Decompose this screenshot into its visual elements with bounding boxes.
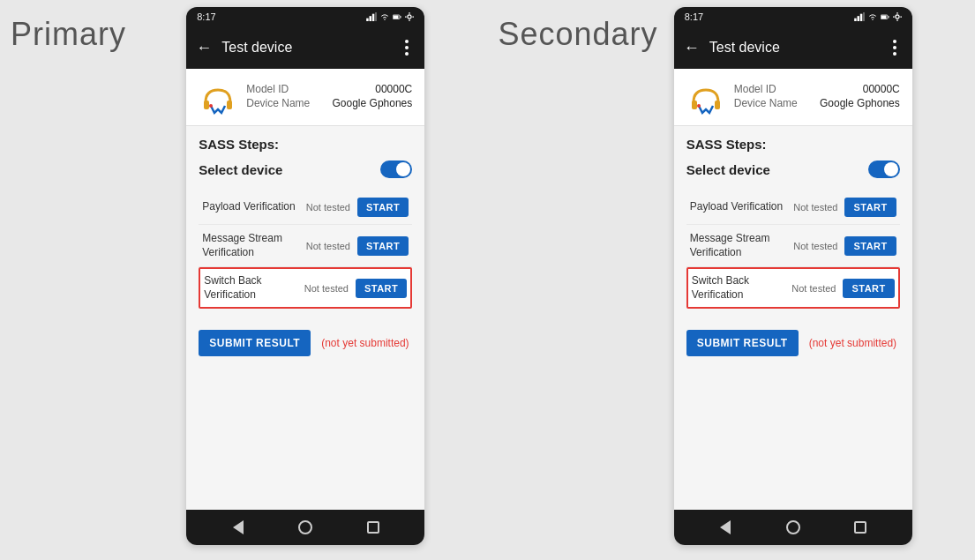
secondary-step-3: Switch Back Verification Not tested STAR… xyxy=(686,267,900,309)
primary-step-3-start-button[interactable]: START xyxy=(356,279,407,298)
primary-select-device-toggle[interactable] xyxy=(380,161,412,178)
primary-back-button[interactable]: ← xyxy=(193,37,214,58)
secondary-select-device-row: Select device xyxy=(686,161,900,178)
primary-home-nav-icon xyxy=(298,520,312,534)
primary-status-bar: 8:17 xyxy=(186,7,424,26)
svg-rect-20 xyxy=(715,101,720,109)
primary-not-submitted-label: (not yet submitted) xyxy=(321,337,409,349)
secondary-model-id-label: Model ID xyxy=(734,83,776,95)
secondary-submit-result-button[interactable]: SUBMIT RESULT xyxy=(686,330,799,356)
secondary-nav-home-button[interactable] xyxy=(781,515,806,540)
primary-device-name-label: Device Name xyxy=(246,97,310,109)
primary-step-1: Payload Verification Not tested START xyxy=(199,190,412,225)
svg-rect-16 xyxy=(881,16,886,19)
secondary-status-icons xyxy=(854,12,902,21)
secondary-step-3-status: Not tested xyxy=(788,283,839,294)
settings-icon xyxy=(405,12,414,21)
secondary-step-1-start-button[interactable]: START xyxy=(844,198,896,217)
primary-device-name-row: Device Name Google Gphones xyxy=(246,97,412,109)
primary-step-3-status: Not tested xyxy=(301,283,352,294)
secondary-step-3-name: Switch Back Verification xyxy=(692,274,785,302)
primary-panel: Primary 8:17 xyxy=(0,0,488,560)
secondary-headphones-logo-icon xyxy=(686,78,725,116)
primary-steps-list: Payload Verification Not tested START Me… xyxy=(199,190,412,309)
secondary-label: Secondary xyxy=(488,0,611,560)
primary-step-1-status: Not tested xyxy=(303,202,354,213)
secondary-nav-back-button[interactable] xyxy=(713,515,738,540)
svg-point-21 xyxy=(697,104,701,108)
secondary-content: SASS Steps: Select device Payload Verifi… xyxy=(674,126,912,510)
secondary-steps-list: Payload Verification Not tested START Me… xyxy=(686,190,900,309)
secondary-device-name-row: Device Name Google Gphones xyxy=(734,97,900,109)
secondary-step-1: Payload Verification Not tested START xyxy=(686,190,900,225)
primary-app-title: Test device xyxy=(221,40,389,56)
secondary-step-3-start-button[interactable]: START xyxy=(843,279,894,298)
svg-rect-19 xyxy=(692,101,697,109)
secondary-back-nav-icon xyxy=(720,520,731,534)
primary-nav-home-button[interactable] xyxy=(293,515,318,540)
primary-step-3-name: Switch Back Verification xyxy=(204,274,297,302)
secondary-step-1-status: Not tested xyxy=(790,202,841,213)
secondary-app-bar: ← Test device xyxy=(674,26,912,69)
primary-nav-recents-button[interactable] xyxy=(361,515,386,540)
primary-phone: 8:17 xyxy=(186,7,424,545)
headphones-logo-icon xyxy=(199,78,237,116)
primary-step-2-status: Not tested xyxy=(303,241,354,251)
secondary-device-card: Model ID 00000C Device Name Google Gphon… xyxy=(674,69,912,126)
secondary-app-title: Test device xyxy=(709,40,877,56)
secondary-back-button[interactable]: ← xyxy=(681,37,702,58)
svg-rect-1 xyxy=(370,16,372,21)
secondary-nav-bar xyxy=(674,510,912,545)
secondary-device-name-label: Device Name xyxy=(734,97,798,109)
primary-step-2: Message StreamVerification Not tested ST… xyxy=(199,225,412,267)
secondary-select-device-toggle[interactable] xyxy=(868,161,900,178)
primary-sass-title: SASS Steps: xyxy=(199,137,412,152)
primary-device-info: Model ID 00000C Device Name Google Gphon… xyxy=(246,83,412,111)
primary-step-2-start-button[interactable]: START xyxy=(357,236,409,256)
primary-select-device-row: Select device xyxy=(199,161,412,178)
svg-rect-12 xyxy=(857,16,859,21)
secondary-step-2-name: Message StreamVerification xyxy=(690,232,787,259)
primary-status-icons xyxy=(366,12,414,21)
primary-back-nav-icon xyxy=(233,520,244,534)
secondary-menu-button[interactable] xyxy=(884,37,905,58)
secondary-device-name-value: Google Gphones xyxy=(820,97,900,109)
secondary-settings-icon xyxy=(893,12,902,21)
svg-rect-6 xyxy=(401,16,401,19)
secondary-recents-nav-icon xyxy=(854,521,866,534)
svg-rect-14 xyxy=(863,12,865,21)
svg-rect-13 xyxy=(860,14,863,21)
primary-menu-button[interactable] xyxy=(396,37,417,58)
primary-step-1-name: Payload Verification xyxy=(202,200,299,214)
svg-rect-11 xyxy=(854,19,857,21)
secondary-step-2-start-button[interactable]: START xyxy=(844,236,896,256)
primary-app-bar: ← Test device xyxy=(186,26,424,69)
secondary-nav-recents-button[interactable] xyxy=(848,515,873,540)
secondary-phone-wrapper: 8:17 xyxy=(611,0,976,545)
battery-icon xyxy=(393,12,401,21)
secondary-submit-area: SUBMIT RESULT (not yet submitted) xyxy=(686,326,900,360)
svg-point-10 xyxy=(209,104,213,108)
secondary-time: 8:17 xyxy=(685,11,703,22)
secondary-menu-dot-2 xyxy=(893,46,896,49)
secondary-signal-bars-icon xyxy=(854,12,865,21)
primary-device-name-value: Google Gphones xyxy=(333,97,413,109)
svg-rect-2 xyxy=(372,14,375,21)
secondary-not-submitted-label: (not yet submitted) xyxy=(809,337,896,349)
wifi-icon xyxy=(380,12,389,21)
primary-step-1-start-button[interactable]: START xyxy=(357,198,409,217)
primary-nav-bar xyxy=(186,510,424,545)
secondary-toggle-knob xyxy=(884,162,898,176)
primary-model-id-label: Model ID xyxy=(246,83,289,95)
secondary-step-2: Message StreamVerification Not tested ST… xyxy=(686,225,900,267)
svg-rect-8 xyxy=(204,101,209,109)
signal-bars-icon xyxy=(366,12,377,21)
primary-nav-back-button[interactable] xyxy=(226,515,251,540)
svg-point-18 xyxy=(896,15,899,19)
svg-point-7 xyxy=(408,15,411,19)
primary-select-device-label: Select device xyxy=(199,162,282,177)
secondary-phone: 8:17 xyxy=(674,7,912,545)
secondary-model-id-row: Model ID 00000C xyxy=(734,83,900,95)
primary-submit-result-button[interactable]: SUBMIT RESULT xyxy=(199,330,311,356)
primary-device-card: Model ID 00000C Device Name Google Gphon… xyxy=(186,69,424,126)
